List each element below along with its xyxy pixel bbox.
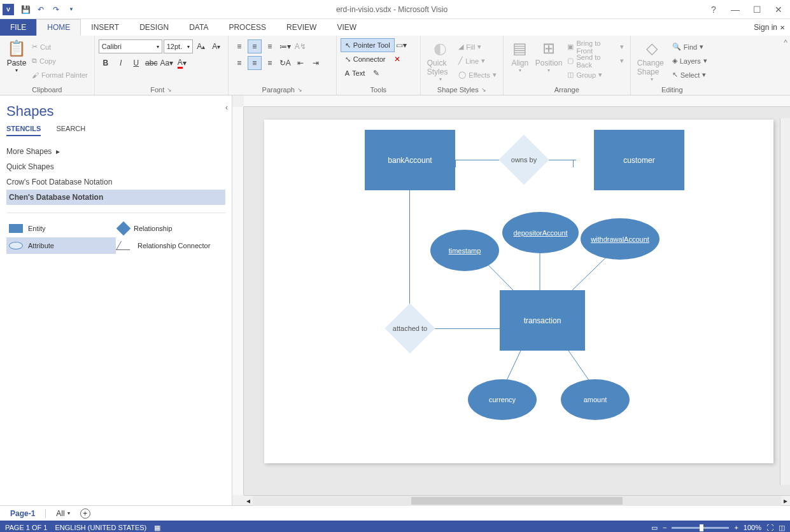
layers-button[interactable]: ◈Layers▾ xyxy=(670,54,710,68)
collapse-panel-icon[interactable]: ‹ xyxy=(225,103,228,112)
macro-recording-icon[interactable]: ▦ xyxy=(154,524,160,532)
help-icon[interactable]: ? xyxy=(705,3,723,17)
sign-in-link[interactable]: Sign in✕ xyxy=(749,19,790,36)
close-icon[interactable]: ✕ xyxy=(770,3,787,17)
more-shapes-link[interactable]: More Shapes ▸ xyxy=(6,144,225,159)
increase-font-icon[interactable]: A▴ xyxy=(194,39,208,53)
rectangle-tool-button[interactable]: ▭▾ xyxy=(395,38,409,52)
ink-tool-button[interactable]: ✎ xyxy=(369,66,383,80)
connection-point-tool-button[interactable]: ✕ xyxy=(390,52,404,66)
send-to-back-button[interactable]: ▢Send to Back▾ xyxy=(565,54,626,68)
relationship-attached-to[interactable]: attached to xyxy=(384,316,435,341)
entity-customer[interactable]: customer xyxy=(594,130,684,190)
find-button[interactable]: 🔍Find▾ xyxy=(670,40,710,54)
group-button[interactable]: ◫Group▾ xyxy=(565,68,626,82)
align-middle-button[interactable]: ≡ xyxy=(248,39,262,53)
search-tab[interactable]: SEARCH xyxy=(56,125,85,136)
cut-button[interactable]: ✂Cut xyxy=(29,40,90,54)
tab-file[interactable]: FILE xyxy=(0,19,36,36)
font-dialog-launcher-icon[interactable]: ↘ xyxy=(167,87,172,93)
zoom-level[interactable]: 100% xyxy=(744,524,761,531)
quick-shapes-link[interactable]: Quick Shapes xyxy=(6,159,225,174)
align-left-button[interactable]: ≡ xyxy=(232,56,246,70)
redo-qat-icon[interactable]: ↷ xyxy=(48,2,64,17)
fit-to-window-icon[interactable]: ⛶ xyxy=(766,524,773,531)
connector-tool-button[interactable]: ⤡Connector xyxy=(341,52,390,66)
page-tab-1[interactable]: Page-1 xyxy=(10,509,35,518)
tab-data[interactable]: DATA xyxy=(179,19,218,36)
chen-stencil-link[interactable]: Chen's Database Notation xyxy=(6,190,225,205)
font-name-combo[interactable]: Calibri▾ xyxy=(99,39,162,53)
status-language[interactable]: ENGLISH (UNITED STATES) xyxy=(55,524,146,531)
clear-formatting-button[interactable]: A↯ xyxy=(293,39,307,53)
change-shape-button[interactable]: ◇ Change Shape▾ xyxy=(635,37,670,85)
horizontal-scrollbar[interactable]: ◂ ▸ xyxy=(244,495,790,505)
line-button[interactable]: ╱Line▾ xyxy=(456,54,498,68)
qat-customize-icon[interactable]: ▼ xyxy=(64,2,79,17)
palette-entity[interactable]: Entity xyxy=(6,220,116,237)
collapse-ribbon-icon[interactable]: ^ xyxy=(781,36,790,95)
zoom-slider[interactable] xyxy=(672,527,729,529)
connector[interactable] xyxy=(455,160,456,167)
vertical-scrollbar[interactable] xyxy=(780,118,790,485)
align-right-button[interactable]: ≡ xyxy=(263,56,277,70)
quick-styles-button[interactable]: ◐ Quick Styles▾ xyxy=(425,37,456,85)
add-page-button[interactable]: + xyxy=(80,508,90,519)
select-button[interactable]: ↖Select▾ xyxy=(670,68,710,82)
attribute-currency[interactable]: currency xyxy=(468,379,537,420)
tab-review[interactable]: REVIEW xyxy=(276,19,327,36)
drawing-page[interactable]: bankAccount customer transaction owns by… xyxy=(264,120,773,463)
font-size-combo[interactable]: 12pt.▾ xyxy=(164,39,193,53)
crows-foot-stencil-link[interactable]: Crow's Foot Database Notation xyxy=(6,174,225,190)
save-qat-icon[interactable]: 💾 xyxy=(18,2,33,17)
text-tool-button[interactable]: AText xyxy=(341,66,370,80)
undo-qat-icon[interactable]: ↶ xyxy=(33,2,48,17)
palette-rel-connector[interactable]: Relationship Connector xyxy=(116,237,225,254)
tab-process[interactable]: PROCESS xyxy=(218,19,276,36)
increase-indent-button[interactable]: ⇥ xyxy=(309,56,323,70)
italic-button[interactable]: I xyxy=(114,56,128,70)
decrease-font-icon[interactable]: A▾ xyxy=(209,39,223,53)
change-case-button[interactable]: Aa▾ xyxy=(160,56,174,70)
zoom-in-button[interactable]: + xyxy=(734,524,738,531)
status-page-indicator[interactable]: PAGE 1 OF 1 xyxy=(5,524,47,531)
attribute-withdrawal-account[interactable]: withdrawalAccount xyxy=(581,218,660,260)
bring-to-front-button[interactable]: ▣Bring to Front▾ xyxy=(565,40,626,54)
font-color-button[interactable]: A▾ xyxy=(175,56,189,70)
zoom-out-button[interactable]: − xyxy=(663,524,667,531)
all-pages-dropdown[interactable]: All▾ xyxy=(56,509,69,518)
decrease-indent-button[interactable]: ⇤ xyxy=(293,56,307,70)
paragraph-dialog-launcher-icon[interactable]: ↘ xyxy=(297,87,302,93)
tab-home[interactable]: HOME xyxy=(36,19,81,36)
minimize-icon[interactable]: — xyxy=(726,3,744,17)
attribute-amount[interactable]: amount xyxy=(561,379,630,420)
underline-button[interactable]: U xyxy=(129,56,143,70)
tab-design[interactable]: DESIGN xyxy=(129,19,179,36)
bold-button[interactable]: B xyxy=(99,56,113,70)
attribute-timestamp[interactable]: timestamp xyxy=(430,230,499,271)
entity-bank-account[interactable]: bankAccount xyxy=(365,130,455,190)
palette-relationship[interactable]: Relationship xyxy=(116,220,225,237)
bullets-button[interactable]: ≔▾ xyxy=(278,39,292,53)
attribute-depositor-account[interactable]: depositorAccount xyxy=(502,212,579,253)
rotate-text-button[interactable]: ↻A xyxy=(278,56,292,70)
drawing-canvas[interactable]: bankAccount customer transaction owns by… xyxy=(244,107,790,495)
position-button[interactable]: ⊞ Position▾ xyxy=(533,37,565,85)
pan-zoom-window-icon[interactable]: ◫ xyxy=(779,524,785,532)
strikethrough-button[interactable]: abc xyxy=(145,56,159,70)
shape-styles-dialog-launcher-icon[interactable]: ↘ xyxy=(481,87,486,93)
tab-view[interactable]: VIEW xyxy=(327,19,367,36)
copy-button[interactable]: ⧉Copy xyxy=(29,54,90,68)
align-center-button[interactable]: ≡ xyxy=(248,56,262,70)
align-top-button[interactable]: ≡ xyxy=(232,39,246,53)
stencils-tab[interactable]: STENCILS xyxy=(6,125,41,136)
palette-attribute[interactable]: Attribute xyxy=(6,237,116,254)
fill-button[interactable]: ◢Fill▾ xyxy=(456,40,498,54)
pointer-tool-button[interactable]: ↖Pointer Tool xyxy=(341,38,395,52)
maximize-icon[interactable]: ☐ xyxy=(748,3,766,17)
entity-transaction[interactable]: transaction xyxy=(500,290,585,351)
effects-button[interactable]: ◯Effects▾ xyxy=(456,68,498,82)
align-button[interactable]: ▤ Align▾ xyxy=(507,37,533,85)
align-bottom-button[interactable]: ≡ xyxy=(263,39,277,53)
presentation-mode-icon[interactable]: ▭ xyxy=(651,524,658,532)
